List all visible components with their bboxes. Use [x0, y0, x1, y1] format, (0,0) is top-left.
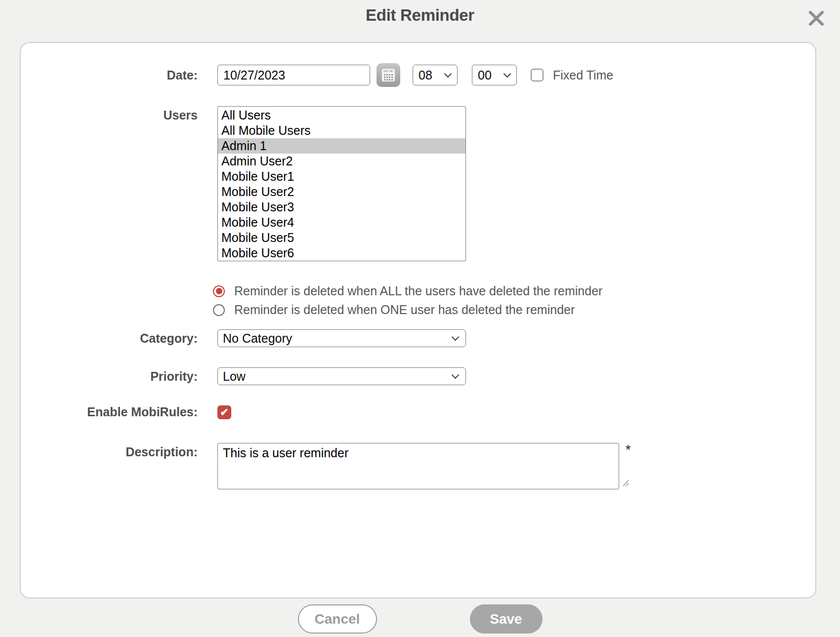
delete-rule-option[interactable]: Reminder is deleted when ALL the users h… [213, 284, 815, 298]
minute-select-value: 00 [478, 68, 492, 82]
priority-select[interactable]: Low [217, 367, 466, 385]
chevron-down-icon [452, 371, 460, 379]
check-icon: ✔ [220, 406, 229, 418]
users-label: Users [21, 106, 217, 122]
save-button[interactable]: Save [470, 604, 543, 634]
users-listbox-option[interactable]: Mobile User6 [218, 245, 465, 261]
delete-rule-radio-group: Reminder is deleted when ALL the users h… [213, 284, 815, 317]
fixed-time-label: Fixed Time [553, 68, 613, 82]
users-listbox-option[interactable]: Admin User2 [218, 154, 465, 169]
required-marker: * [626, 443, 631, 458]
minute-select[interactable]: 00 [472, 65, 517, 85]
chevron-down-icon [504, 70, 511, 78]
category-select[interactable]: No Category [217, 329, 466, 347]
delete-rule-option[interactable]: Reminder is deleted when ONE user has de… [213, 303, 815, 317]
description-row: Description: This is a user reminder * [21, 443, 815, 489]
page-title: Edit Reminder [0, 6, 840, 25]
users-listbox-option[interactable]: Admin 1 [218, 138, 465, 154]
users-listbox-option[interactable]: Mobile User1 [218, 169, 465, 184]
users-listbox-option[interactable]: Mobile User4 [218, 215, 465, 230]
date-row: Date: 08 00 Fixed Time [21, 64, 815, 86]
date-input[interactable] [217, 65, 370, 85]
hour-select[interactable]: 08 [413, 65, 458, 85]
edit-reminder-panel: Date: 08 00 Fixed Time [20, 42, 816, 598]
category-select-value: No Category [223, 331, 292, 346]
radio-unselected-icon[interactable] [213, 304, 225, 316]
cancel-button[interactable]: Cancel [298, 604, 377, 634]
close-icon [808, 10, 825, 27]
resize-handle-icon[interactable] [623, 480, 629, 486]
radio-selected-icon[interactable] [213, 285, 225, 297]
delete-rule-option-label: Reminder is deleted when ALL the users h… [234, 284, 602, 298]
mobirules-row: Enable MobiRules: ✔ [21, 405, 815, 419]
users-listbox-option[interactable]: All Users [218, 108, 465, 123]
priority-row: Priority: Low [21, 367, 815, 385]
chevron-down-icon [444, 70, 452, 78]
users-listbox-option[interactable]: All Mobile Users [218, 123, 465, 138]
users-listbox-option[interactable]: Mobile User3 [218, 199, 465, 215]
hour-select-value: 08 [419, 68, 432, 82]
dialog-actions: Cancel Save [0, 604, 840, 634]
description-textarea[interactable]: This is a user reminder [217, 443, 619, 489]
chevron-down-icon [452, 333, 460, 341]
priority-label: Priority: [21, 369, 217, 384]
calendar-icon [379, 66, 397, 84]
date-label: Date: [21, 68, 217, 82]
users-listbox-option[interactable]: Mobile User2 [218, 184, 465, 199]
fixed-time-checkbox[interactable] [531, 69, 544, 81]
calendar-button[interactable] [377, 63, 400, 87]
users-row: Users All UsersAll Mobile UsersAdmin 1Ad… [21, 106, 815, 261]
mobirules-checkbox-checked[interactable]: ✔ [217, 405, 231, 419]
category-label: Category: [21, 331, 217, 346]
category-row: Category: No Category [21, 329, 815, 347]
delete-rule-option-label: Reminder is deleted when ONE user has de… [234, 303, 575, 317]
mobirules-label: Enable MobiRules: [21, 405, 217, 419]
close-button[interactable] [806, 9, 826, 29]
priority-select-value: Low [223, 369, 246, 384]
description-label: Description: [21, 443, 217, 459]
users-listbox[interactable]: All UsersAll Mobile UsersAdmin 1Admin Us… [217, 106, 466, 261]
users-listbox-option[interactable]: Mobile User5 [218, 230, 465, 245]
